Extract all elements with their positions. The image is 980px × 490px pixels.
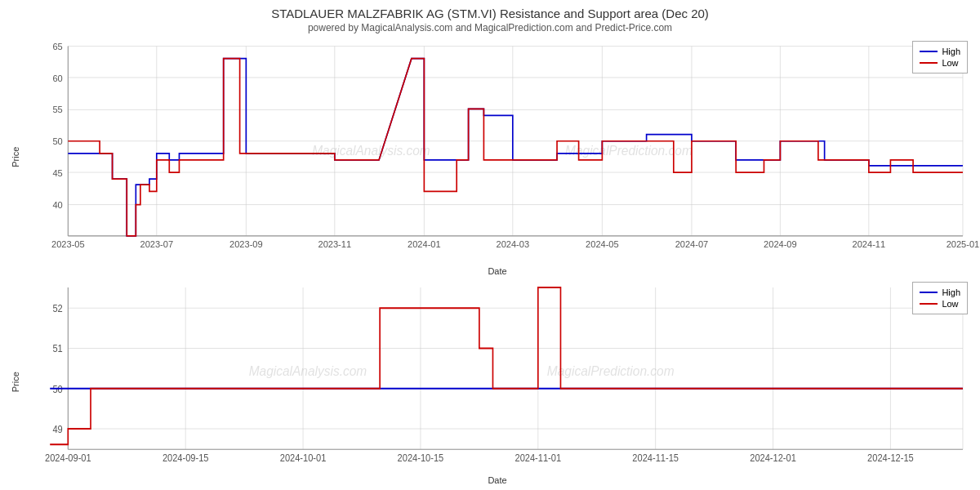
- chart2-area: .grid-line2 { stroke: #ccc; stroke-width…: [23, 278, 972, 487]
- svg-text:2024-11-15: 2024-11-15: [632, 452, 679, 462]
- svg-text:50: 50: [52, 136, 62, 146]
- svg-text:2025-01: 2025-01: [947, 239, 980, 249]
- svg-text:2023-11: 2023-11: [318, 239, 352, 249]
- charts-wrapper: Price .grid-line { stroke: #ccc; stroke-…: [8, 37, 972, 487]
- svg-text:2024-09-15: 2024-09-15: [163, 452, 209, 462]
- chart2-legend-low: Low: [920, 299, 960, 309]
- chart1-legend-high: High: [920, 47, 960, 56]
- chart1-container: Price .grid-line { stroke: #ccc; stroke-…: [8, 37, 972, 278]
- chart1-legend-low: Low: [920, 58, 960, 68]
- svg-text:40: 40: [52, 200, 62, 210]
- svg-text:2023-05: 2023-05: [51, 239, 85, 249]
- svg-text:2024-11: 2024-11: [853, 239, 886, 249]
- svg-text:49: 49: [52, 424, 62, 434]
- svg-text:45: 45: [52, 167, 62, 177]
- svg-text:2023-09: 2023-09: [229, 239, 263, 249]
- svg-text:MagicalAnalysis.com: MagicalAnalysis.com: [249, 363, 368, 378]
- chart2-high-label: High: [942, 287, 960, 297]
- svg-text:2023-07: 2023-07: [140, 239, 174, 249]
- svg-text:52: 52: [52, 303, 62, 313]
- chart1-high-label: High: [942, 47, 960, 56]
- chart-subtitle: powered by MagicalAnalysis.com and Magic…: [8, 22, 972, 33]
- chart1-x-label: Date: [23, 265, 972, 278]
- svg-text:2024-07: 2024-07: [675, 239, 709, 249]
- chart2-legend-high: High: [920, 287, 960, 297]
- svg-text:2024-12-15: 2024-12-15: [867, 452, 914, 462]
- svg-text:65: 65: [52, 42, 62, 51]
- chart2-x-label: Date: [23, 474, 972, 487]
- svg-text:MagicalPrediction.com: MagicalPrediction.com: [547, 363, 675, 378]
- svg-text:2024-03: 2024-03: [497, 239, 530, 249]
- svg-text:2024-10-15: 2024-10-15: [398, 452, 444, 462]
- chart-title: STADLAUER MALZFABRIK AG (STM.VI) Resista…: [8, 7, 972, 20]
- chart2-y-label: Price: [8, 278, 23, 487]
- chart2-low-label: Low: [942, 299, 958, 309]
- svg-text:2024-05: 2024-05: [586, 239, 619, 249]
- chart2-svg: .grid-line2 { stroke: #ccc; stroke-width…: [23, 278, 972, 474]
- svg-text:2024-10-01: 2024-10-01: [280, 452, 327, 462]
- chart1-low-label: Low: [942, 58, 958, 68]
- svg-text:2024-01: 2024-01: [408, 239, 441, 249]
- main-container: STADLAUER MALZFABRIK AG (STM.VI) Resista…: [0, 0, 980, 490]
- svg-text:2024-11-01: 2024-11-01: [514, 452, 561, 462]
- chart2-container: Price .grid-line2 { stroke: #ccc; stroke…: [8, 278, 972, 487]
- svg-text:60: 60: [52, 73, 62, 82]
- svg-text:55: 55: [52, 105, 62, 114]
- svg-text:51: 51: [52, 344, 62, 354]
- svg-text:MagicalAnalysis.com: MagicalAnalysis.com: [312, 144, 430, 158]
- chart1-legend: High Low: [912, 41, 968, 74]
- chart1-area: .grid-line { stroke: #ccc; stroke-width:…: [23, 37, 972, 278]
- chart1-y-label: Price: [8, 37, 23, 278]
- svg-text:2024-12-01: 2024-12-01: [750, 452, 796, 462]
- chart1-svg: .grid-line { stroke: #ccc; stroke-width:…: [23, 37, 972, 265]
- chart2-legend: High Low: [912, 282, 968, 314]
- svg-text:2024-09: 2024-09: [764, 239, 797, 249]
- svg-text:2024-09-01: 2024-09-01: [45, 452, 91, 462]
